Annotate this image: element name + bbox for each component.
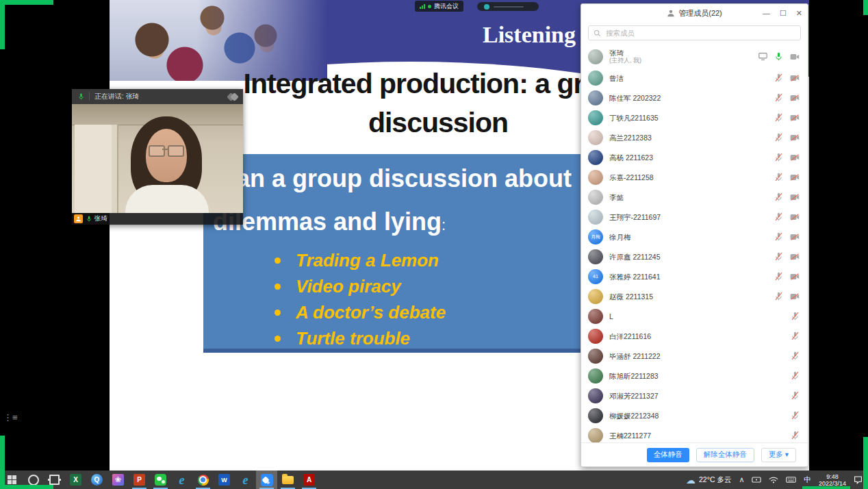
member-row[interactable]: 李懿	[581, 187, 808, 207]
member-row[interactable]: 陈旭昕2211283	[581, 366, 808, 386]
unmute-all-button[interactable]: 解除全体静音	[696, 448, 754, 462]
weather-widget[interactable]: ☁ 22°C 多云	[686, 475, 731, 485]
camera-off-icon[interactable]	[790, 153, 800, 162]
maximize-button[interactable]: ☐	[780, 10, 787, 17]
mic-muted-icon[interactable]	[774, 93, 783, 102]
meeting-badge-label: 腾讯会议	[434, 2, 459, 11]
member-row[interactable]: 邓淑芳2211327	[581, 386, 808, 405]
member-row[interactable]: 柳媛媛2212348	[581, 405, 808, 425]
member-row[interactable]: L	[581, 306, 808, 326]
camera-off-icon[interactable]	[790, 74, 800, 82]
mic-muted-icon[interactable]	[774, 153, 783, 162]
file-explorer-icon[interactable]	[277, 471, 298, 489]
chrome-icon[interactable]	[192, 471, 214, 489]
share-border-bottom-right-h	[802, 486, 850, 489]
recording-dot-icon	[428, 5, 431, 8]
search-input[interactable]	[604, 28, 795, 38]
mic-muted-icon[interactable]	[791, 351, 800, 360]
camera-off-icon[interactable]	[790, 213, 800, 221]
member-row[interactable]: 张琦 (主持人, 我)	[581, 45, 808, 68]
member-avatar	[588, 368, 603, 384]
member-row[interactable]: 陈佳军 2202322	[581, 88, 808, 108]
member-row[interactable]: 高兰2212383	[581, 127, 808, 147]
member-row[interactable]: 41 张雅婷 2211641	[581, 266, 808, 286]
camera-off-icon[interactable]	[790, 292, 800, 301]
mic-muted-icon[interactable]	[791, 431, 800, 440]
member-avatar	[588, 329, 603, 344]
screen-sharing-icon	[758, 52, 767, 61]
slide-box-heading: Plan a group discussion about dilemmas a…	[213, 157, 572, 247]
pdf-reader-icon[interactable]	[298, 471, 320, 489]
cast-device-icon[interactable]	[752, 476, 761, 484]
close-button[interactable]: ✕	[796, 10, 802, 17]
camera-off-icon[interactable]	[790, 253, 800, 261]
keyboard-icon[interactable]	[786, 476, 796, 484]
member-row[interactable]: 高杨 2211623	[581, 147, 808, 167]
mic-muted-icon[interactable]	[791, 331, 800, 340]
wifi-icon[interactable]	[769, 476, 778, 484]
member-avatar	[588, 428, 603, 443]
member-row[interactable]: 王楠2211277	[581, 425, 808, 443]
mic-muted-icon[interactable]	[791, 312, 800, 321]
slide-banner-title: Listening	[483, 22, 576, 48]
member-row[interactable]: 毕涵舒 2211222	[581, 346, 808, 366]
member-row[interactable]: 赵薇 2211315	[581, 286, 808, 306]
action-center-icon[interactable]	[854, 475, 863, 484]
camera-off-icon[interactable]	[790, 193, 800, 201]
edge-icon[interactable]	[235, 471, 256, 489]
member-row[interactable]: 许原鑫 2211245	[581, 247, 808, 266]
member-row[interactable]: 月梅 徐月梅	[581, 227, 808, 247]
mic-muted-icon[interactable]	[774, 232, 783, 241]
meeting-status-badge: 腾讯会议	[415, 1, 463, 12]
member-row[interactable]: 丁轶凡2211635	[581, 108, 808, 127]
camera-off-icon[interactable]	[790, 134, 800, 142]
speaker-video-window[interactable]: 正在讲话: 张琦 张琦	[72, 89, 243, 225]
mic-muted-icon[interactable]	[774, 292, 783, 301]
photos-icon[interactable]	[107, 471, 129, 489]
desktop: Listening Integrated production: a group…	[0, 0, 868, 489]
powerpoint-icon[interactable]	[129, 471, 150, 489]
member-row[interactable]: 乐嘉-2211258	[581, 167, 808, 187]
qq-icon[interactable]	[86, 471, 107, 489]
member-row[interactable]: 王翔宇-2211697	[581, 207, 808, 227]
mic-muted-icon[interactable]	[774, 73, 783, 82]
slide-bullet-list: Trading a LemonVideo piracyA doctor’s de…	[203, 242, 446, 351]
mic-muted-icon[interactable]	[774, 133, 783, 142]
mic-on-icon[interactable]	[774, 52, 783, 61]
tencent-meeting-icon[interactable]	[256, 471, 277, 489]
clock[interactable]: 9:48 2022/3/14	[819, 473, 846, 487]
mic-muted-icon[interactable]	[774, 192, 783, 201]
mic-muted-icon[interactable]	[774, 212, 783, 221]
dock-menu-icon[interactable]: ⋮≡	[3, 412, 18, 423]
header-divider	[89, 92, 90, 101]
host-badge-icon	[74, 214, 83, 223]
search-icon	[593, 29, 601, 37]
ie-icon[interactable]	[171, 471, 192, 489]
ime-indicator[interactable]: 中	[804, 475, 811, 485]
member-row[interactable]: 曾洁	[581, 68, 808, 88]
mic-muted-icon[interactable]	[774, 113, 783, 122]
camera-off-icon[interactable]	[790, 94, 800, 102]
mic-muted-icon[interactable]	[791, 371, 800, 380]
mic-muted-icon[interactable]	[774, 272, 783, 281]
mute-all-button[interactable]: 全体静音	[647, 448, 689, 462]
member-avatar	[588, 249, 603, 264]
mic-muted-icon[interactable]	[791, 411, 800, 420]
member-avatar	[588, 130, 603, 145]
floating-toolbar-handle[interactable]	[477, 2, 539, 11]
mic-muted-icon[interactable]	[774, 173, 783, 181]
minimize-button[interactable]: —	[763, 10, 770, 17]
camera-off-icon[interactable]	[790, 114, 800, 122]
camera-icon[interactable]	[790, 53, 800, 61]
camera-off-icon[interactable]	[790, 173, 800, 181]
excel-icon[interactable]	[65, 471, 86, 489]
mic-muted-icon[interactable]	[774, 252, 783, 261]
more-button[interactable]: 更多 ▾	[761, 448, 796, 462]
hidden-icons-caret[interactable]: ∧	[739, 475, 744, 484]
camera-off-icon[interactable]	[790, 233, 800, 241]
wechat-icon[interactable]	[150, 471, 171, 489]
member-row[interactable]: 白洋2211616	[581, 326, 808, 346]
word-icon[interactable]	[214, 471, 235, 489]
camera-off-icon[interactable]	[790, 273, 800, 281]
mic-muted-icon[interactable]	[791, 391, 800, 400]
